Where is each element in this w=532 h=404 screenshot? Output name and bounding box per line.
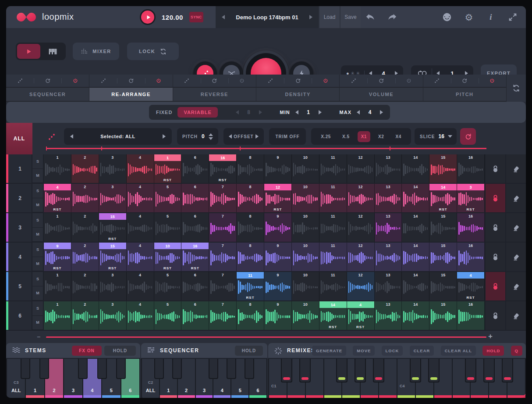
- slice-cell[interactable]: 15: [429, 213, 457, 242]
- solo-button[interactable]: S: [32, 272, 44, 286]
- preset-name[interactable]: Demo Loop 174bpm 01: [236, 14, 298, 21]
- max-prev-arrow[interactable]: [357, 110, 360, 114]
- pitch-stepper[interactable]: [209, 133, 213, 140]
- slice-cell[interactable]: 8: [237, 243, 264, 271]
- slice-cell[interactable]: 11: [319, 243, 347, 271]
- tab-volume[interactable]: VOLUME: [340, 88, 422, 101]
- redo-icon[interactable]: [387, 11, 398, 23]
- slice-cell[interactable]: 15: [429, 272, 457, 300]
- fx-on-button[interactable]: FX ON: [72, 346, 102, 356]
- keys-view-button[interactable]: [41, 44, 64, 59]
- tab-density[interactable]: DENSITY: [256, 88, 339, 101]
- slice-cell[interactable]: 14RST: [429, 184, 457, 212]
- solo-button[interactable]: S: [32, 184, 44, 198]
- midi-icon[interactable]: [442, 12, 452, 22]
- slice-cell[interactable]: 6: [181, 213, 209, 242]
- remix-clear-button[interactable]: CLEAR: [410, 346, 434, 356]
- slice-cell[interactable]: 6: [181, 184, 209, 212]
- solo-button[interactable]: S: [32, 243, 44, 257]
- slice-cell[interactable]: 15: [429, 301, 457, 330]
- preset-next-arrow[interactable]: [309, 15, 312, 19]
- slice-cell[interactable]: 4: [127, 272, 154, 300]
- slice-cell[interactable]: 4RST: [457, 272, 485, 300]
- mute-button[interactable]: M: [32, 198, 44, 213]
- slice-cell[interactable]: 14: [402, 301, 429, 330]
- slice-cell[interactable]: 12: [347, 154, 375, 183]
- dice-icon[interactable]: [89, 75, 117, 87]
- remix-hold-button[interactable]: HOLD: [482, 346, 504, 356]
- slice-cell[interactable]: 13: [375, 154, 402, 183]
- slice-cell[interactable]: 5: [154, 272, 182, 300]
- slice-cell[interactable]: 6: [181, 272, 209, 300]
- lock-toggle[interactable]: [485, 301, 505, 330]
- slice-cell[interactable]: 5: [154, 213, 182, 242]
- track-number[interactable]: 2: [8, 184, 32, 212]
- refresh-icon[interactable]: [117, 75, 145, 87]
- rate-button-x1[interactable]: X1: [358, 131, 370, 142]
- slice-cell[interactable]: 10RST: [154, 243, 182, 271]
- min-next-arrow[interactable]: [319, 110, 322, 114]
- tab-pitch[interactable]: PITCH: [423, 88, 506, 101]
- slice-cell[interactable]: 2: [71, 213, 99, 242]
- piano-key-black[interactable]: [116, 359, 126, 379]
- remix-move-button[interactable]: MOVE: [353, 346, 375, 356]
- steps-next-arrow[interactable]: [259, 110, 262, 114]
- slice-cell[interactable]: 1: [44, 154, 71, 183]
- piano-key-black[interactable]: [299, 359, 311, 383]
- slice-cell[interactable]: 3: [99, 184, 127, 212]
- steps-prev-arrow[interactable]: [236, 110, 239, 114]
- lock-toggle[interactable]: [485, 213, 505, 242]
- slice-cell[interactable]: 3: [99, 154, 127, 183]
- zoom-in-button[interactable]: +: [488, 332, 493, 341]
- refresh-icon[interactable]: [201, 75, 228, 87]
- remix-q-button[interactable]: Q: [511, 346, 522, 356]
- remix-generate-button[interactable]: GENERATE: [312, 346, 346, 356]
- power-icon[interactable]: [228, 75, 256, 87]
- dice-icon[interactable]: [340, 75, 367, 87]
- resize-arrows-icon[interactable]: [507, 12, 518, 22]
- step-up-icon[interactable]: [209, 133, 213, 136]
- load-button[interactable]: Load: [319, 6, 340, 28]
- slice-cell[interactable]: 10: [292, 243, 319, 271]
- slice-cell[interactable]: 12: [347, 243, 375, 271]
- slice-cell[interactable]: 2: [71, 301, 99, 330]
- slice-cell[interactable]: 11: [319, 272, 347, 300]
- mute-button[interactable]: M: [32, 316, 44, 330]
- sequencer-hold-button[interactable]: HOLD: [235, 346, 263, 356]
- lock-toggle[interactable]: [485, 243, 505, 271]
- piano-key-black[interactable]: [245, 359, 254, 379]
- slice-cell[interactable]: 13: [375, 213, 402, 242]
- settings-gear-icon[interactable]: ⚙: [464, 12, 474, 22]
- slice-cell[interactable]: 2: [71, 272, 99, 300]
- track-number[interactable]: 5: [8, 272, 32, 300]
- eraser-button[interactable]: [505, 243, 526, 271]
- piano-key-black[interactable]: [336, 359, 348, 383]
- piano-key-black[interactable]: [281, 359, 292, 383]
- rate-button-x4[interactable]: X4: [392, 131, 405, 142]
- slice-cell[interactable]: 13: [375, 272, 402, 300]
- piano-key-black[interactable]: [21, 359, 30, 379]
- power-icon[interactable]: [312, 75, 339, 87]
- track-number[interactable]: 1: [8, 154, 32, 183]
- slice-cell[interactable]: 11RST: [237, 272, 264, 300]
- slice-cell[interactable]: 9: [264, 301, 292, 330]
- slice-cell[interactable]: 12: [347, 184, 375, 212]
- slice-cell[interactable]: 7: [209, 272, 237, 300]
- slice-cell[interactable]: 9: [264, 243, 292, 271]
- loop-view-button[interactable]: [17, 44, 40, 59]
- slice-cell[interactable]: 11: [319, 154, 347, 183]
- slice-cell[interactable]: 13: [375, 301, 402, 330]
- slice-cell[interactable]: 9: [264, 154, 292, 183]
- offset-next-arrow[interactable]: [255, 134, 259, 139]
- slice-cell[interactable]: 10: [292, 301, 319, 330]
- preset-prev-arrow[interactable]: [222, 15, 225, 19]
- info-icon[interactable]: i: [486, 12, 496, 22]
- remix-lock-button[interactable]: LOCK: [382, 346, 403, 356]
- eraser-button[interactable]: [505, 301, 526, 330]
- slice-cell[interactable]: 14RST: [319, 301, 347, 330]
- save-button[interactable]: Save: [340, 6, 361, 28]
- slice-cell[interactable]: 7: [209, 243, 237, 271]
- refresh-icon[interactable]: [451, 75, 479, 87]
- slice-cell[interactable]: 10: [292, 272, 319, 300]
- slice-cell[interactable]: 11: [319, 184, 347, 212]
